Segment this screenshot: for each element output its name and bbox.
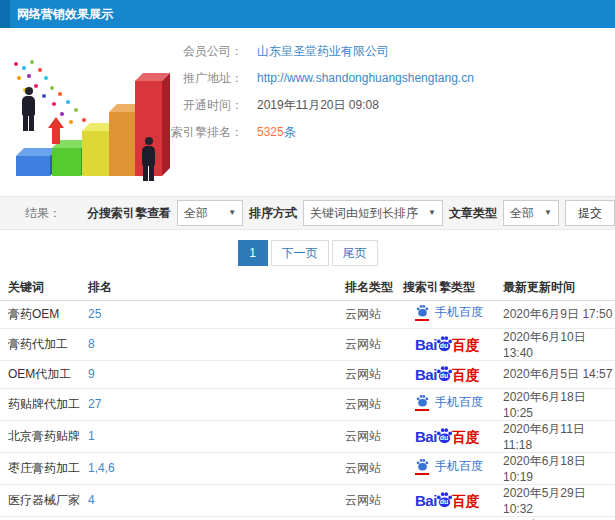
member-info-section: 会员公司：山东皇圣堂药业有限公司 推广地址：http://www.shandon… [0, 28, 615, 188]
rank-link[interactable]: 1 [88, 429, 95, 443]
engine-cell: Baidu百度 [403, 484, 503, 516]
rank-link[interactable]: 8 [88, 337, 95, 351]
rank-cell: 27 [88, 388, 345, 420]
keyword-cell: 膏药代加工 [0, 328, 88, 360]
keyword-cell: 菏泽膏药厂家 [0, 516, 88, 520]
rank-type-cell: 云网站 [345, 516, 403, 520]
updated-cell: 2020年5月29日 10:32 [503, 484, 615, 516]
engine-cell: Baidu百度 [403, 328, 503, 360]
promo-url-link[interactable]: http://www.shandonghuangshengtang.cn [257, 71, 474, 85]
baidu-paw-icon [415, 458, 430, 475]
illus-bar-orange [109, 112, 136, 176]
baidu-logo: Baidu百度 [415, 491, 480, 508]
marketing-illustration [4, 30, 186, 186]
keyword-cell: 药贴牌代加工 [0, 388, 88, 420]
engine-cell: Baidu百度 [403, 360, 503, 388]
sort-value: 关键词由短到长排序 [310, 201, 418, 225]
company-link[interactable]: 山东皇圣堂药业有限公司 [257, 44, 389, 58]
confetti-decor [14, 62, 18, 66]
rank-link[interactable]: 4 [88, 493, 95, 507]
mobile-baidu-logo: 手机百度 [415, 394, 483, 411]
sort-label: 排序方式 [249, 205, 297, 222]
table-row: 菏泽膏药厂家 17 云网站 手机百度 2020年6月11日 11:40 [0, 516, 615, 520]
table-row: 膏药代加工 8 云网站 Baidu百度 2020年6月10日 13:40 [0, 328, 615, 360]
rank-link[interactable]: 1,4,6 [88, 461, 115, 475]
last-page-button[interactable]: 尾页 [332, 240, 378, 266]
engine-cell: Baidu百度 [403, 420, 503, 452]
article-type-select[interactable]: 全部 ▼ [503, 200, 559, 226]
rank-link[interactable]: 25 [88, 307, 101, 321]
engine-cell: 手机百度 [403, 388, 503, 420]
rank-cell: 4 [88, 484, 345, 516]
header-rank: 排名 [88, 276, 345, 300]
keyword-cell: 北京膏药贴牌 [0, 420, 88, 452]
rank-count-unit: 条 [284, 125, 296, 139]
chevron-down-icon: ▼ [544, 201, 552, 225]
rank-cell: 1,4,6 [88, 452, 345, 484]
header-engine-type: 搜索引擎类型 [403, 276, 503, 300]
businessman-figure-right [142, 137, 155, 181]
title-bar: 网络营销效果展示 [0, 0, 615, 28]
updated-cell: 2020年6月11日 11:40 [503, 516, 615, 520]
updated-cell: 2020年6月18日 10:25 [503, 388, 615, 420]
rank-type-cell: 云网站 [345, 420, 403, 452]
rank-cell: 25 [88, 300, 345, 328]
engine-filter-label: 分搜索引擎查看 [87, 205, 171, 222]
table-row: 北京膏药贴牌 1 云网站 Baidu百度 2020年6月11日 11:18 [0, 420, 615, 452]
sort-select[interactable]: 关键词由短到长排序 ▼ [303, 200, 443, 226]
table-row: 枣庄膏药加工 1,4,6 云网站 手机百度 2020年6月18日 10:19 [0, 452, 615, 484]
rank-cell: 1 [88, 420, 345, 452]
baidu-paw-icon [415, 394, 430, 411]
baidu-logo: Baidu百度 [415, 335, 480, 352]
chevron-down-icon: ▼ [228, 201, 236, 225]
rank-cell: 17 [88, 516, 345, 520]
illus-bar-blue [16, 156, 50, 176]
rank-link[interactable]: 27 [88, 397, 101, 411]
businessman-figure-left [22, 87, 35, 131]
article-type-label: 文章类型 [449, 205, 497, 222]
next-page-button[interactable]: 下一页 [271, 240, 329, 266]
rank-type-cell: 云网站 [345, 328, 403, 360]
baidu-paw-icon: du [436, 335, 453, 352]
baidu-paw-icon: du [436, 491, 453, 508]
updated-cell: 2020年6月11日 11:18 [503, 420, 615, 452]
title-bar-accent [0, 0, 10, 28]
rank-link[interactable]: 9 [88, 367, 95, 381]
mobile-baidu-label: 手机百度 [435, 394, 483, 411]
page-1-button[interactable]: 1 [238, 240, 268, 266]
open-time-value: 2019年11月20日 09:08 [257, 98, 379, 112]
header-keyword: 关键词 [0, 276, 88, 300]
rank-count-value: 5325 [257, 125, 284, 139]
engine-cell: 手机百度 [403, 452, 503, 484]
rank-type-cell: 云网站 [345, 388, 403, 420]
filter-bar: 结果： 分搜索引擎查看 全部 ▼ 排序方式 关键词由短到长排序 ▼ 文章类型 全… [0, 196, 615, 230]
baidu-paw-icon: du [436, 427, 453, 444]
updated-cell: 2020年6月5日 14:57 [503, 360, 615, 388]
baidu-logo: Baidu百度 [415, 427, 480, 444]
pagination: 1 下一页 尾页 [0, 230, 615, 276]
table-row: 医疗器械厂家 4 云网站 Baidu百度 2020年5月29日 10:32 [0, 484, 615, 516]
submit-button[interactable]: 提交 [565, 200, 615, 226]
baidu-logo: Baidu百度 [415, 365, 480, 382]
mobile-baidu-label: 手机百度 [435, 458, 483, 475]
table-row: 药贴牌代加工 27 云网站 手机百度 2020年6月18日 10:25 [0, 388, 615, 420]
baidu-paw-icon: du [436, 365, 453, 382]
table-header-row: 关键词 排名 排名类型 搜索引擎类型 最新更新时间 [0, 276, 615, 300]
illus-bar-green [52, 148, 81, 176]
mobile-baidu-logo: 手机百度 [415, 458, 483, 475]
updated-cell: 2020年6月18日 10:19 [503, 452, 615, 484]
header-updated: 最新更新时间 [503, 276, 615, 300]
engine-filter-select[interactable]: 全部 ▼ [177, 200, 243, 226]
article-type-value: 全部 [510, 201, 534, 225]
result-label: 结果： [25, 205, 61, 222]
updated-cell: 2020年6月10日 13:40 [503, 328, 615, 360]
header-rank-type: 排名类型 [345, 276, 403, 300]
chevron-down-icon: ▼ [428, 201, 436, 225]
illus-bar-yellow [82, 131, 110, 176]
engine-cell: 手机百度 [403, 300, 503, 328]
keyword-cell: 膏药OEM [0, 300, 88, 328]
baidu-paw-icon [415, 304, 430, 321]
results-table: 关键词 排名 排名类型 搜索引擎类型 最新更新时间 膏药OEM 25 云网站 手… [0, 276, 615, 520]
rank-type-cell: 云网站 [345, 484, 403, 516]
updated-cell: 2020年6月9日 17:50 [503, 300, 615, 328]
